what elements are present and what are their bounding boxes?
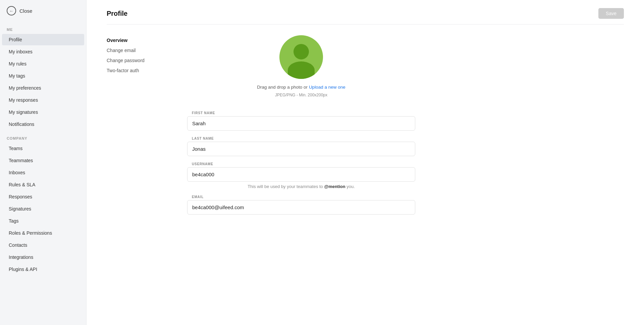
sidebar-item-my-preferences[interactable]: My preferences bbox=[2, 82, 84, 94]
avatar-person bbox=[288, 44, 315, 79]
sidebar-item-profile[interactable]: Profile bbox=[2, 34, 84, 45]
avatar bbox=[279, 35, 323, 79]
email-field-group: EMAIL bbox=[187, 195, 415, 215]
sidebar-item-plugins-api[interactable]: Plugins & API bbox=[2, 264, 84, 275]
save-button[interactable]: Save bbox=[598, 8, 624, 19]
page-title: Profile bbox=[107, 10, 127, 17]
close-button[interactable]: ← Close bbox=[0, 0, 86, 21]
sidebar-item-teammates[interactable]: Teammates bbox=[2, 155, 84, 166]
sidebar-item-teams[interactable]: Teams bbox=[2, 143, 84, 154]
sidebar-item-my-tags[interactable]: My tags bbox=[2, 70, 84, 82]
last-name-label: LAST NAME bbox=[187, 137, 415, 140]
first-name-label: FIRST NAME bbox=[187, 111, 415, 115]
avatar-hint: JPEG/PNG - Min. 200x200px bbox=[275, 93, 327, 97]
close-icon: ← bbox=[7, 6, 16, 15]
first-name-field-group: FIRST NAME bbox=[187, 111, 415, 131]
username-label: USERNAME bbox=[187, 162, 415, 166]
form-area: Drag and drop a photo or Upload a new on… bbox=[187, 35, 415, 221]
nav-item-two-factor-auth[interactable]: Two-factor auth bbox=[107, 65, 160, 76]
sidebar: ← Close ME Profile My inboxes My rules M… bbox=[0, 0, 87, 325]
email-label: EMAIL bbox=[187, 195, 415, 199]
last-name-field-group: LAST NAME bbox=[187, 137, 415, 156]
sidebar-item-integrations[interactable]: Integrations bbox=[2, 251, 84, 263]
nav-item-change-email[interactable]: Change email bbox=[107, 45, 160, 55]
avatar-drop-text: Drag and drop a photo or Upload a new on… bbox=[257, 84, 345, 99]
sidebar-item-my-responses[interactable]: My responses bbox=[2, 94, 84, 106]
username-hint: This will be used by your teammates to @… bbox=[187, 184, 415, 189]
sidebar-item-tags[interactable]: Tags bbox=[2, 215, 84, 227]
sidebar-item-signatures[interactable]: Signatures bbox=[2, 203, 84, 215]
sidebar-item-responses[interactable]: Responses bbox=[2, 191, 84, 202]
sidebar-item-contacts[interactable]: Contacts bbox=[2, 239, 84, 251]
sidebar-item-my-signatures[interactable]: My signatures bbox=[2, 106, 84, 118]
avatar-head bbox=[293, 44, 309, 59]
sidebar-item-roles-permissions[interactable]: Roles & Permissions bbox=[2, 227, 84, 239]
username-field-group: USERNAME This will be used by your teamm… bbox=[187, 162, 415, 189]
close-label: Close bbox=[19, 8, 32, 14]
avatar-body bbox=[288, 61, 315, 79]
first-name-input[interactable] bbox=[187, 116, 415, 131]
me-section-label: ME bbox=[0, 21, 86, 34]
upload-link[interactable]: Upload a new one bbox=[309, 85, 345, 90]
nav-item-overview[interactable]: Overview bbox=[107, 35, 160, 45]
username-input[interactable] bbox=[187, 167, 415, 182]
main-header: Profile Save bbox=[107, 0, 624, 25]
sidebar-item-my-inboxes[interactable]: My inboxes bbox=[2, 46, 84, 57]
sidebar-item-rules-sla[interactable]: Rules & SLA bbox=[2, 179, 84, 190]
company-section-label: COMPANY bbox=[0, 130, 86, 142]
last-name-input[interactable] bbox=[187, 142, 415, 156]
avatar-container: Drag and drop a photo or Upload a new on… bbox=[257, 35, 345, 99]
sidebar-item-my-rules[interactable]: My rules bbox=[2, 58, 84, 69]
nav-item-change-password[interactable]: Change password bbox=[107, 55, 160, 65]
content-layout: Overview Change email Change password Tw… bbox=[107, 35, 624, 221]
main-content: Profile Save Overview Change email Chang… bbox=[87, 0, 644, 325]
sidebar-item-notifications[interactable]: Notifications bbox=[2, 119, 84, 130]
sidebar-item-inboxes[interactable]: Inboxes bbox=[2, 167, 84, 178]
email-input[interactable] bbox=[187, 200, 415, 215]
content-nav: Overview Change email Change password Tw… bbox=[107, 35, 160, 221]
